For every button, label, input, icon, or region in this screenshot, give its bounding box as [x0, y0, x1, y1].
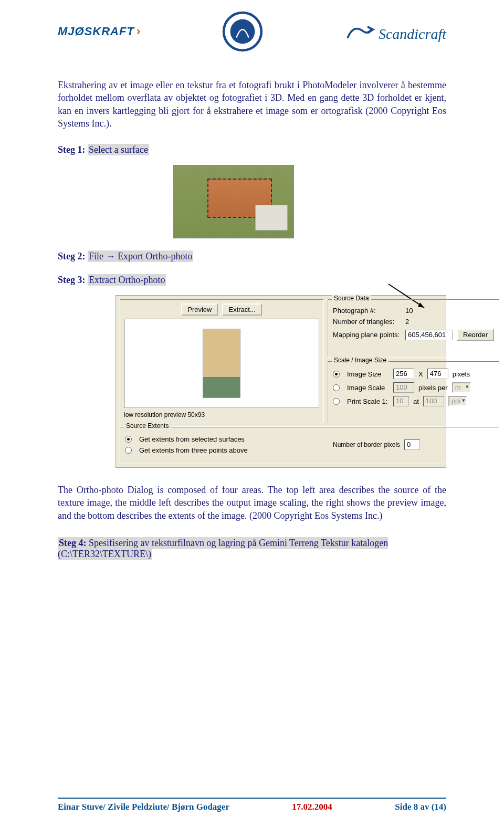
- extents-points-radio[interactable]: [125, 447, 132, 454]
- photograph-value: 10: [405, 307, 413, 315]
- intro-paragraph: Ekstrahering av et image eller en tekstu…: [58, 79, 446, 130]
- scale-group: Scale / Image Size Image Size 256 X 476 …: [327, 361, 500, 423]
- footer-authors: Einar Stuve/ Zivile Peldziute/ Bjørn God…: [58, 802, 229, 812]
- preview-caption: low resolution preview 50x93: [124, 411, 319, 418]
- logo-hogskolen: [222, 11, 264, 53]
- step-1: Steg 1: Select a surface: [58, 144, 446, 155]
- print-scale-input[interactable]: 10: [393, 396, 409, 406]
- header: MJØSKRAFT› Scandicraft: [0, 0, 504, 58]
- mapping-points-label: Mapping plane points:: [333, 331, 401, 339]
- preview-panel: Preview Extract... low resolution previe…: [119, 299, 324, 423]
- border-pixels-input[interactable]: 0: [404, 439, 420, 450]
- chevron-icon: ›: [136, 25, 141, 38]
- logo-scandicraft: Scandicraft: [344, 20, 446, 43]
- preview-image: [124, 319, 319, 408]
- step-2-text: File → Export Ortho-photo: [88, 250, 193, 262]
- at-label: at: [413, 397, 419, 405]
- image-scale-radio[interactable]: [333, 384, 340, 391]
- step-3-text: Extract Ortho-photo: [88, 274, 166, 286]
- photograph-label: Photograph #:: [333, 307, 401, 315]
- step-2-label: Steg 2:: [58, 251, 86, 261]
- scale-legend: Scale / Image Size: [332, 357, 388, 364]
- triangles-label: Number of triangles:: [333, 318, 401, 326]
- print-unit-dropdown[interactable]: ppi: [448, 396, 467, 406]
- content: Ekstrahering av et image eller en tekstu…: [0, 58, 504, 560]
- scale-unit-dropdown[interactable]: m: [452, 382, 471, 393]
- extents-legend: Source Extents: [124, 422, 171, 430]
- print-scale-radio[interactable]: [333, 398, 340, 405]
- surface-selection-image: [173, 165, 294, 238]
- pixels-per-label: pixels per: [418, 384, 448, 392]
- preview-button[interactable]: Preview: [181, 303, 218, 316]
- mapping-points-input[interactable]: 605,456,601: [405, 330, 453, 340]
- image-scale-label: Image Scale: [347, 384, 389, 392]
- logo-mjoskraft: MJØSKRAFT›: [58, 25, 141, 38]
- extract-button[interactable]: Extract...: [222, 303, 261, 316]
- step-1-label: Steg 1:: [58, 144, 86, 155]
- reorder-button[interactable]: Reorder: [457, 329, 494, 341]
- step-3-label: Steg 3:: [58, 275, 86, 285]
- extents-surfaces-radio[interactable]: [125, 436, 132, 443]
- dialog-description-paragraph: The Ortho-photo Dialog is composed of fo…: [58, 484, 446, 522]
- step-3: Steg 3: Extract Ortho-photo: [58, 275, 446, 286]
- print-res-input[interactable]: 100: [423, 396, 444, 406]
- source-data-group: Source Data Photograph #: 10 Number of t…: [327, 299, 500, 358]
- x-label: X: [418, 370, 423, 378]
- image-height-input[interactable]: 476: [427, 369, 448, 379]
- image-size-radio[interactable]: [333, 371, 340, 378]
- footer-date: 17.02.2004: [292, 802, 332, 812]
- logo-left-text: MJØSKRAFT: [58, 25, 134, 38]
- extents-points-label: Get extents from three points above: [139, 446, 248, 454]
- triangles-value: 2: [405, 318, 409, 326]
- image-size-label: Image Size: [347, 370, 389, 378]
- logo-right-text: Scandicraft: [379, 26, 446, 43]
- step-4-text: Spesifisering av teksturfilnavn og lagri…: [58, 538, 388, 559]
- source-extents-group: Source Extents Get extents from selected…: [119, 426, 500, 464]
- step-1-text: Select a surface: [88, 144, 149, 155]
- ortho-photo-dialog: Source Data Photograph #: 10 Number of t…: [116, 295, 446, 468]
- preview-thumbnail: [203, 329, 240, 398]
- image-scale-input[interactable]: 100: [393, 382, 414, 393]
- footer-page: Side 8 av (14): [395, 802, 446, 812]
- step-4: Steg 4: Spesifisering av teksturfilnavn …: [58, 538, 446, 560]
- step-4-label: Steg 4:: [59, 538, 87, 548]
- svg-point-1: [230, 19, 255, 44]
- border-pixels-label: Number of border pixels: [333, 441, 400, 448]
- step-2: Steg 2: File → Export Ortho-photo: [58, 251, 446, 262]
- footer: Einar Stuve/ Zivile Peldziute/ Bjørn God…: [58, 798, 446, 812]
- source-data-legend: Source Data: [332, 295, 371, 302]
- image-width-input[interactable]: 256: [393, 369, 414, 379]
- print-scale-label: Print Scale 1:: [347, 397, 389, 405]
- dialog-wrap: Source Data Photograph #: 10 Number of t…: [116, 295, 446, 468]
- extents-surfaces-label: Get extents from selected surfaces: [139, 435, 245, 443]
- pixels-label: pixels: [453, 370, 470, 378]
